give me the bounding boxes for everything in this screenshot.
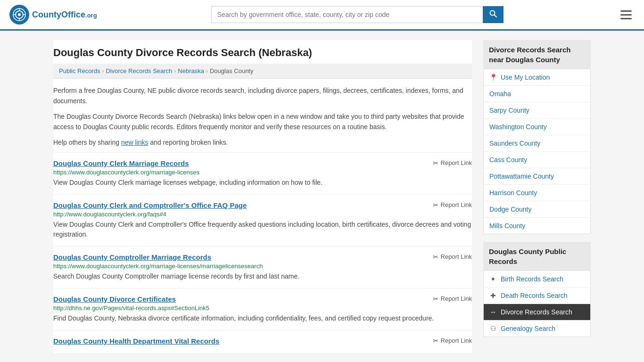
results-list: Douglas County Clerk Marriage Records ✂ … — [53, 152, 472, 353]
sidebar-genealogy[interactable]: ⚇ Genealogy Search — [484, 321, 590, 337]
sidebar-item-washington[interactable]: Washington County — [484, 119, 590, 135]
header: CountyOffice.org — [0, 0, 644, 31]
sidebar-item-omaha[interactable]: Omaha — [484, 86, 590, 102]
scissors-icon-2: ✂ — [433, 253, 438, 261]
divorce-records-text: Divorce Records Search — [501, 308, 572, 316]
divorce-icon: ↔ — [489, 308, 497, 316]
result-item-4: Douglas County Health Department Vital R… — [53, 330, 472, 353]
result-url-3: http://dhhs.ne.gov/Pages/vital-records.a… — [53, 304, 472, 312]
sidebar: Divorce Records Search near Douglas Coun… — [483, 40, 591, 353]
result-item-0: Douglas County Clerk Marriage Records ✂ … — [53, 152, 472, 194]
result-title-3[interactable]: Douglas County Divorce Certificates — [53, 295, 176, 303]
result-item-3: Douglas County Divorce Certificates ✂ Re… — [53, 288, 472, 330]
dodge-county-link[interactable]: Dodge County — [489, 206, 532, 213]
sidebar-item-mills[interactable]: Mills County — [484, 218, 590, 234]
scissors-icon-0: ✂ — [433, 159, 438, 167]
search-input[interactable] — [211, 6, 483, 23]
result-title-1[interactable]: Douglas County Clerk and Comptroller's O… — [53, 201, 247, 209]
use-location-link[interactable]: Use My Location — [501, 74, 550, 81]
breadcrumb-divorce-records[interactable]: Divorce Records Search — [106, 67, 172, 74]
result-url-1: http://www.douglascountyclerk.org/faqs#4 — [53, 211, 472, 218]
result-title-2[interactable]: Douglas County Comptroller Marriage Reco… — [53, 253, 211, 261]
sidebar-item-saunders[interactable]: Saunders County — [484, 135, 590, 152]
report-link-3[interactable]: ✂ Report Link — [433, 295, 472, 303]
logo-icon — [9, 5, 29, 25]
pottawattamie-county-link[interactable]: Pottawattamie County — [489, 173, 554, 180]
cass-county-link[interactable]: Cass County — [489, 156, 527, 164]
breadcrumb-current: Douglas County — [210, 67, 254, 74]
result-desc-2: Search Douglas County Comptroller marria… — [53, 272, 472, 281]
sidebar-use-location[interactable]: 📍 Use My Location — [484, 69, 590, 86]
sidebar-item-sarpy[interactable]: Sarpy County — [484, 102, 590, 119]
location-pin-icon: 📍 — [489, 74, 497, 81]
hamburger-menu[interactable] — [618, 8, 635, 22]
washington-county-link[interactable]: Washington County — [489, 123, 547, 131]
logo-text: CountyOffice.org — [32, 10, 97, 20]
result-title-0[interactable]: Douglas County Clerk Marriage Records — [53, 159, 189, 167]
intro-paragraph-2: The Douglas County Divorce Records Searc… — [53, 111, 472, 132]
page-title: Douglas County Divorce Records Search (N… — [53, 40, 472, 64]
sidebar-public-records-body: ✦ Birth Records Search ✚ Death Records S… — [483, 271, 591, 337]
death-records-link[interactable]: Death Records Search — [501, 292, 568, 299]
report-link-0[interactable]: ✂ Report Link — [433, 159, 472, 167]
sidebar-public-records-header: Douglas County Public Records — [483, 242, 591, 271]
breadcrumb: Public Records › Divorce Records Search … — [53, 64, 472, 79]
birth-records-link[interactable]: Birth Records Search — [501, 275, 563, 283]
search-bar — [211, 6, 504, 23]
genealogy-link[interactable]: Genealogy Search — [501, 325, 555, 332]
sidebar-nearby-section: Divorce Records Search near Douglas Coun… — [483, 40, 591, 234]
breadcrumb-nebraska[interactable]: Nebraska — [178, 67, 204, 74]
sidebar-death-records[interactable]: ✚ Death Records Search — [484, 288, 590, 304]
sidebar-nearby-header: Divorce Records Search near Douglas Coun… — [483, 40, 591, 69]
result-url-0: https://www.douglascountyclerk.org/marri… — [53, 169, 472, 176]
scissors-icon-3: ✂ — [433, 295, 438, 303]
svg-line-8 — [494, 15, 496, 17]
sarpy-county-link[interactable]: Sarpy County — [489, 107, 529, 114]
sidebar-birth-records[interactable]: ✦ Birth Records Search — [484, 271, 590, 288]
result-desc-3: Find Douglas County, Nebraska divorce ce… — [53, 313, 472, 323]
logo-area: CountyOffice.org — [9, 5, 97, 25]
sidebar-item-harrison[interactable]: Harrison County — [484, 185, 590, 201]
result-item-2: Douglas County Comptroller Marriage Reco… — [53, 246, 472, 288]
omaha-link[interactable]: Omaha — [489, 90, 511, 98]
search-button[interactable] — [483, 6, 504, 23]
intro-text: Perform a free Douglas County, NE public… — [53, 79, 472, 148]
saunders-county-link[interactable]: Saunders County — [489, 140, 540, 147]
svg-point-2 — [18, 13, 21, 16]
mills-county-link[interactable]: Mills County — [489, 222, 525, 230]
report-link-4[interactable]: ✂ Report Link — [433, 337, 472, 345]
sidebar-item-dodge[interactable]: Dodge County — [484, 201, 590, 218]
result-item-1: Douglas County Clerk and Comptroller's O… — [53, 194, 472, 246]
report-link-1[interactable]: ✂ Report Link — [433, 201, 472, 209]
harrison-county-link[interactable]: Harrison County — [489, 189, 537, 197]
sidebar-nearby-body: 📍 Use My Location Omaha Sarpy County Was… — [483, 69, 591, 234]
result-desc-0: View Douglas County Clerk marriage licen… — [53, 178, 472, 188]
scissors-icon-4: ✂ — [433, 337, 438, 345]
sidebar-item-pottawattamie[interactable]: Pottawattamie County — [484, 168, 590, 185]
report-link-2[interactable]: ✂ Report Link — [433, 253, 472, 261]
birth-icon: ✦ — [489, 275, 497, 283]
sidebar-divorce-records[interactable]: ↔ Divorce Records Search — [484, 304, 590, 321]
intro-paragraph-1: Perform a free Douglas County, NE public… — [53, 85, 472, 107]
sidebar-public-records-section: Douglas County Public Records ✦ Birth Re… — [483, 242, 591, 337]
intro-paragraph-3: Help others by sharing new links and rep… — [53, 137, 472, 148]
content-area: Douglas County Divorce Records Search (N… — [53, 40, 472, 353]
death-icon: ✚ — [489, 292, 497, 299]
sidebar-item-cass[interactable]: Cass County — [484, 152, 590, 168]
result-url-2: https://www.douglascountyclerk.org/marri… — [53, 263, 472, 270]
main-wrapper: Douglas County Divorce Records Search (N… — [44, 31, 600, 362]
result-title-4[interactable]: Douglas County Health Department Vital R… — [53, 337, 219, 345]
result-desc-1: View Douglas County Clerk and Comptrolle… — [53, 220, 472, 239]
breadcrumb-public-records[interactable]: Public Records — [59, 67, 100, 74]
scissors-icon-1: ✂ — [433, 201, 438, 209]
genealogy-icon: ⚇ — [489, 325, 497, 332]
new-links[interactable]: new links — [121, 139, 149, 146]
